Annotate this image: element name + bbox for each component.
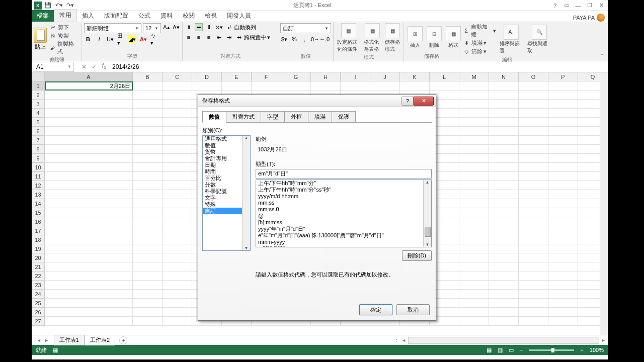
find-select-button[interactable]: 🔍尋找與選取 <box>526 25 553 54</box>
tab-insert[interactable]: 插入 <box>77 10 99 22</box>
decrease-decimal-icon[interactable]: ←.0 <box>320 35 329 43</box>
vertical-scrollbar[interactable] <box>600 72 608 335</box>
tab-review[interactable]: 校閱 <box>178 10 200 22</box>
align-left-icon[interactable]: ≡ <box>185 33 193 41</box>
view-page-break-icon[interactable]: ▭ <box>509 347 514 353</box>
row-header-6[interactable]: 6 <box>32 127 45 136</box>
row-header-23[interactable]: 23 <box>32 281 45 290</box>
format-as-table-button[interactable]: ▦格式化為表格 <box>362 23 382 53</box>
hscroll-right-icon[interactable]: ► <box>601 338 606 343</box>
type-item[interactable]: 上午/下午hh"時"mm"分" <box>256 180 431 187</box>
tab-developer[interactable]: 開發人員 <box>222 10 256 22</box>
fill-color-button[interactable]: ◢▾ <box>128 35 136 43</box>
row-header-26[interactable]: 26 <box>32 308 45 317</box>
border-button[interactable]: 田▾ <box>117 35 125 43</box>
tab-layout[interactable]: 版面配置 <box>99 10 133 22</box>
cut-button[interactable]: ✂剪下 <box>48 23 79 31</box>
view-page-layout-icon[interactable]: ▥ <box>498 347 503 353</box>
type-item[interactable]: @ <box>256 213 431 219</box>
col-header-I[interactable]: I <box>341 72 370 81</box>
tab-formulas[interactable]: 公式 <box>133 10 155 22</box>
cell-styles-button[interactable]: ▦儲存格樣式 <box>383 23 401 53</box>
row-header-17[interactable]: 17 <box>32 226 45 235</box>
close-icon[interactable]: ✕ <box>596 1 607 10</box>
col-header-M[interactable]: M <box>459 72 489 81</box>
col-header-O[interactable]: O <box>519 72 548 81</box>
col-header-K[interactable]: K <box>400 72 430 81</box>
copy-button[interactable]: ⎘複製 <box>48 32 79 40</box>
row-header-10[interactable]: 10 <box>32 163 45 172</box>
zoom-out-icon[interactable]: − <box>520 347 523 353</box>
row-header-22[interactable]: 22 <box>32 272 45 281</box>
col-header-D[interactable]: D <box>192 72 222 81</box>
format-painter-button[interactable]: 🖌複製格式 <box>48 40 79 55</box>
type-item[interactable]: yyyy"年"m"月"d"日" <box>256 226 431 232</box>
font-color-button[interactable]: A▾ <box>139 35 147 43</box>
cancel-button[interactable]: 取消 <box>396 304 430 315</box>
type-list-scroll-thumb[interactable] <box>425 227 431 237</box>
ribbon-options-icon[interactable]: ▭ <box>561 1 572 10</box>
fill-button[interactable]: ⬇填滿▾ <box>461 39 497 47</box>
sheet-tab-2[interactable]: 工作表2 <box>85 335 115 345</box>
qat-undo-icon[interactable]: ↶▾ <box>54 1 64 10</box>
conditional-formatting-button[interactable]: ▦設定格式化的條件 <box>336 23 361 53</box>
qat-redo-icon[interactable]: ↷▾ <box>65 1 75 10</box>
col-header-N[interactable]: N <box>489 72 519 81</box>
cell-A1[interactable]: 2月26日 <box>45 81 133 90</box>
row-header-18[interactable]: 18 <box>32 235 45 244</box>
sort-filter-button[interactable]: A↓排序與篩選 <box>498 25 525 54</box>
type-item[interactable]: mmm-yyyy <box>256 239 431 245</box>
select-all-triangle[interactable] <box>32 72 45 81</box>
row-header-15[interactable]: 15 <box>32 208 45 217</box>
type-item[interactable]: mm:ss.0 <box>256 206 431 213</box>
horizontal-scrollbar[interactable] <box>408 337 599 344</box>
font-name-combo[interactable]: 新細明體▼ <box>84 23 141 33</box>
row-header-12[interactable]: 12 <box>32 181 45 190</box>
type-list[interactable]: 上午/下午hh"時"mm"分"上午/下午hh"時"mm"分"ss"秒"yyyy/… <box>256 179 432 247</box>
help-icon[interactable]: ? <box>549 1 560 10</box>
col-header-J[interactable]: J <box>370 72 400 81</box>
sheet-nav-next-icon[interactable]: ► <box>44 338 49 343</box>
dlg-tab-fill[interactable]: 填滿 <box>308 111 332 123</box>
maximize-icon[interactable]: ☐ <box>584 1 595 10</box>
align-bottom-icon[interactable]: ⬇ <box>205 23 213 31</box>
increase-decimal-icon[interactable]: .0→ <box>310 35 318 43</box>
dlg-tab-protection[interactable]: 保護 <box>332 111 356 123</box>
col-header-L[interactable]: L <box>430 72 459 81</box>
align-center-icon[interactable]: ≡ <box>195 33 203 41</box>
clear-button[interactable]: ◇清除▾ <box>461 47 497 55</box>
type-item[interactable]: e"年"m"月"d"日"(aaa) [$-130000]"農""曆"m"月"d"… <box>256 232 431 239</box>
col-header-A[interactable]: A <box>45 72 133 81</box>
row-header-21[interactable]: 21 <box>32 262 45 272</box>
dialog-close-button[interactable]: ✕ <box>414 97 434 106</box>
qat-save-icon[interactable]: 💾 <box>43 1 53 10</box>
row-header-14[interactable]: 14 <box>32 199 45 208</box>
dlg-tab-alignment[interactable]: 對齊方式 <box>226 111 261 123</box>
comma-icon[interactable]: , <box>300 35 308 43</box>
tab-file[interactable]: 檔案 <box>32 10 54 22</box>
font-size-combo[interactable]: 12▼ <box>143 23 161 33</box>
insert-cells-button[interactable]: ⊞插入 <box>406 26 424 49</box>
row-header-2[interactable]: 2 <box>32 90 45 100</box>
dlg-tab-font[interactable]: 字型 <box>261 111 285 123</box>
row-header-5[interactable]: 5 <box>32 118 45 127</box>
italic-button[interactable]: I <box>95 35 103 43</box>
orientation-icon[interactable]: ⤭▾ <box>215 23 223 31</box>
align-middle-icon[interactable]: ⬌ <box>195 23 203 31</box>
delete-cells-button[interactable]: ⊟刪除 <box>425 26 443 49</box>
align-right-icon[interactable]: ≡ <box>205 33 213 41</box>
row-header-13[interactable]: 13 <box>32 190 45 199</box>
hscroll-left-icon[interactable]: ◄ <box>401 338 406 343</box>
sheet-nav-prev-icon[interactable]: ◄ <box>37 338 41 343</box>
type-item[interactable]: mm:ss <box>256 200 431 206</box>
fx-icon[interactable]: fx <box>99 62 109 70</box>
dialog-help-button[interactable]: ? <box>401 97 414 106</box>
user-account[interactable]: PAYA PA <box>573 14 608 22</box>
type-item[interactable]: yyyy/m/d hh:mm <box>256 193 431 200</box>
type-item[interactable]: [h]:mm:ss <box>256 219 431 226</box>
category-list[interactable]: 通用格式數值貨幣會計專用日期時間百分比分數科學記號文字特殊自訂 ▲▼ <box>202 135 251 251</box>
tab-data[interactable]: 資料 <box>155 10 178 22</box>
col-header-E[interactable]: E <box>222 72 252 81</box>
row-header-25[interactable]: 25 <box>32 299 45 308</box>
percent-icon[interactable]: % <box>290 35 298 43</box>
